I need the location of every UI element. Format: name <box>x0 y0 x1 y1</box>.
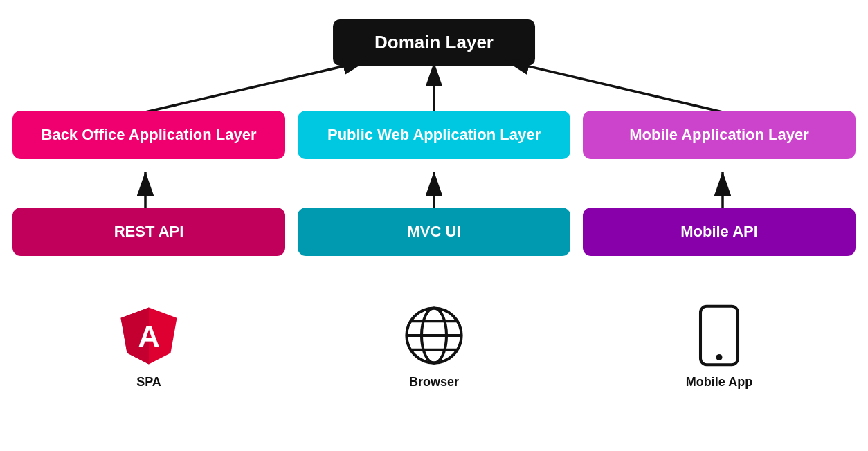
angular-icon: A <box>118 304 180 367</box>
rest-api-box: REST API <box>12 208 285 256</box>
phone-icon <box>695 304 743 367</box>
svg-point-16 <box>716 354 723 360</box>
mobile-app-icon-item: Mobile App <box>583 304 856 389</box>
public-web-layer: Public Web Application Layer <box>298 111 570 159</box>
globe-icon <box>403 304 465 367</box>
mobile-api-box: Mobile API <box>583 208 856 256</box>
icons-row: A SPA Browser Mobile App <box>0 304 868 389</box>
mobile-app-label: Mobile App <box>686 375 752 389</box>
browser-label: Browser <box>409 375 459 389</box>
svg-line-3 <box>505 61 723 112</box>
app-layers-row: Back Office Application Layer Public Web… <box>0 111 868 159</box>
spa-icon-item: A SPA <box>12 304 285 389</box>
api-row: REST API MVC UI Mobile API <box>0 208 868 256</box>
svg-text:A: A <box>138 320 159 353</box>
mobile-layer: Mobile Application Layer <box>583 111 856 159</box>
back-office-layer: Back Office Application Layer <box>12 111 285 159</box>
diagram-container: Domain Layer Back Office Application Lay… <box>0 0 868 451</box>
browser-icon-item: Browser <box>298 304 570 389</box>
domain-layer-box: Domain Layer <box>333 19 535 66</box>
spa-label: SPA <box>136 375 161 389</box>
svg-line-1 <box>145 61 367 112</box>
mvc-ui-box: MVC UI <box>298 208 570 256</box>
